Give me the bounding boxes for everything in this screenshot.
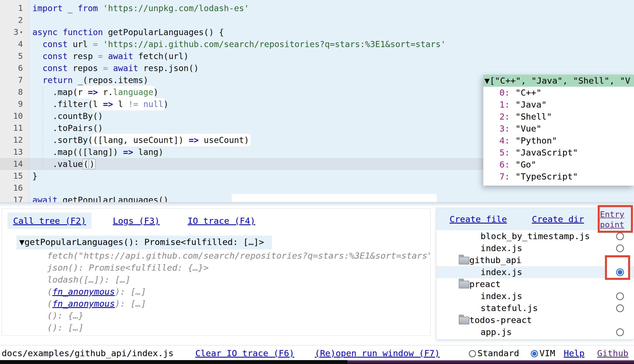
dir-row[interactable]: github_api — [436, 254, 634, 266]
line-number: 6 — [18, 62, 23, 74]
current-file-path: docs/examples/github_api/index.js — [2, 346, 174, 361]
inspector-item-index: 1: — [483, 99, 510, 111]
code-token: await — [113, 63, 143, 73]
github-link[interactable]: Github — [597, 346, 628, 361]
fold-marker-icon[interactable]: ▾ — [20, 29, 23, 35]
line-number: 4 — [18, 38, 23, 50]
code-token: language — [113, 87, 153, 97]
inspector-item-index: 4: — [483, 135, 510, 147]
call-tree-root-row[interactable]: ▼getPopularLanguages(): Promise<fulfille… — [16, 236, 272, 249]
line-number: 14 — [0, 158, 29, 170]
call-tree-row-text: ( — [47, 287, 52, 297]
call-tree-row[interactable]: (fn_anonymous): […] — [47, 298, 431, 310]
call-tree-row[interactable]: fetch("https://api.github.com/search/rep… — [47, 250, 431, 262]
code-token: return — [42, 75, 78, 85]
code-line[interactable]: async function getPopularLanguages() { — [29, 26, 634, 38]
fn-anonymous-link[interactable]: fn_anonymous — [52, 299, 115, 309]
file-row[interactable]: stateful.js — [436, 302, 634, 314]
call-tree-row[interactable]: json(): Promise<fulfilled: {…}> — [47, 262, 431, 274]
code-token: 'https://api.github.com/search/repositor… — [103, 39, 446, 49]
mode-label: Standard — [477, 348, 519, 358]
reopen-run-window-link[interactable]: (Re)open run window (F7) — [315, 346, 440, 361]
code-token: l — [118, 99, 128, 109]
inspector-item: 0:"C++" — [483, 87, 634, 99]
code-token: resp.json() — [143, 63, 199, 73]
help-link[interactable]: Help — [564, 346, 585, 361]
fn-anonymous-link[interactable]: fn_anonymous — [52, 334, 115, 336]
mode-radio[interactable] — [531, 350, 538, 357]
code-token: != — [128, 99, 143, 109]
code-token: async — [32, 27, 63, 37]
folder-icon — [459, 317, 469, 324]
editor-gutter: 123▾4567891011121314151617 — [0, 0, 29, 202]
mode-option-standard[interactable]: Standard — [469, 348, 519, 358]
inspector-item-value: "Python" — [510, 135, 557, 145]
code-token: ) — [153, 87, 158, 97]
code-line[interactable] — [29, 14, 634, 26]
file-row[interactable]: block_by_timestamp.js — [436, 230, 634, 242]
bottom-tabs: Call tree (F2) Logs (F3) IO trace (F4) — [8, 213, 261, 229]
line-number: 2 — [18, 14, 23, 26]
inspector-header[interactable]: ▼["C++", "Java", "Shell", "V — [483, 75, 634, 87]
inspector-item-value: "TypeScript" — [510, 171, 578, 181]
keybinding-mode-group: StandardVIM — [469, 346, 567, 361]
file-row[interactable]: app.js — [436, 326, 634, 338]
code-line[interactable]: import _ from 'https://unpkg.com/lodash-… — [29, 2, 634, 14]
file-row[interactable]: index.js — [436, 266, 634, 278]
code-token: ([lang, useCount]) — [93, 135, 189, 145]
mode-option-vim[interactable]: VIM — [531, 348, 555, 358]
tab-logs-label[interactable]: Logs (F3) — [113, 216, 160, 226]
dir-row[interactable]: preact — [436, 278, 634, 290]
create-file-link[interactable]: Create file — [450, 208, 507, 230]
inspector-rows: 0:"C++"1:"Java"2:"Shell"3:"Vue"4:"Python… — [483, 87, 634, 183]
tab-call-tree[interactable]: Call tree (F2) — [8, 213, 92, 229]
entry-point-radio[interactable] — [616, 244, 624, 252]
folder-icon — [459, 281, 469, 288]
clear-io-trace-link[interactable]: Clear IO trace (F6) — [195, 346, 294, 361]
file-browser-header: Create file Create dir Entry point — [436, 208, 634, 230]
code-token: 'https://unpkg.com/lodash-es' — [103, 3, 249, 13]
file-row[interactable]: index.js — [436, 242, 634, 254]
inspector-item-value: "C++" — [510, 88, 541, 98]
fn-anonymous-link[interactable]: fn_anonymous — [52, 287, 115, 297]
inspector-item: 7:"TypeScript" — [483, 171, 634, 183]
tab-logs[interactable]: Logs (F3) — [107, 213, 165, 229]
inspector-item: 1:"Java" — [483, 99, 634, 111]
inspector-item: 6:"Go" — [483, 159, 634, 171]
entry-point-radio[interactable] — [616, 328, 624, 336]
call-tree-row-text: ( — [47, 299, 52, 309]
create-dir-link[interactable]: Create dir — [532, 208, 584, 230]
file-row[interactable]: index.html — [436, 338, 634, 339]
tab-io-trace[interactable]: IO trace (F4) — [182, 213, 261, 229]
entry-point-radio[interactable] — [616, 292, 624, 300]
entry-point-link[interactable]: Entry point — [600, 209, 631, 230]
tab-call-tree-label[interactable]: Call tree (F2) — [13, 216, 86, 226]
code-token: => — [88, 87, 103, 97]
code-line[interactable]: const url = 'https://api.github.com/sear… — [29, 38, 634, 50]
call-tree-row[interactable]: lodash([…]): […] — [47, 274, 431, 286]
code-token: r — [78, 87, 88, 97]
file-row[interactable]: index.js — [436, 290, 634, 302]
mode-label: VIM — [539, 348, 555, 358]
inspector-item: 4:"Python" — [483, 135, 634, 147]
code-line[interactable]: const repos = await resp.json() — [29, 62, 634, 74]
code-line[interactable]: const resp = await fetch(url) — [29, 50, 634, 62]
code-token — [32, 75, 42, 85]
call-tree-row[interactable]: (): […] — [47, 322, 431, 334]
code-token: .filter( — [32, 99, 93, 109]
line-number: 8 — [18, 86, 23, 98]
line-number: 15 — [13, 170, 23, 182]
call-tree-row[interactable]: (fn_anonymous): […] — [47, 334, 431, 336]
code-token: import — [32, 3, 68, 13]
mode-radio[interactable] — [469, 350, 476, 357]
entry-point-radio[interactable] — [616, 268, 624, 276]
call-tree-row[interactable]: (fn_anonymous): […] — [47, 286, 431, 298]
code-token: => — [123, 147, 138, 157]
entry-point-radio[interactable] — [616, 232, 624, 240]
inspector-item-index: 3: — [483, 123, 510, 135]
tab-io-trace-label[interactable]: IO trace (F4) — [188, 216, 255, 226]
dir-row[interactable]: todos-preact — [436, 314, 634, 326]
entry-point-radio[interactable] — [616, 304, 624, 312]
call-tree-row[interactable]: (): {…} — [47, 310, 431, 322]
file-rows: block_by_timestamp.jsindex.jsgithub_apii… — [436, 230, 634, 339]
